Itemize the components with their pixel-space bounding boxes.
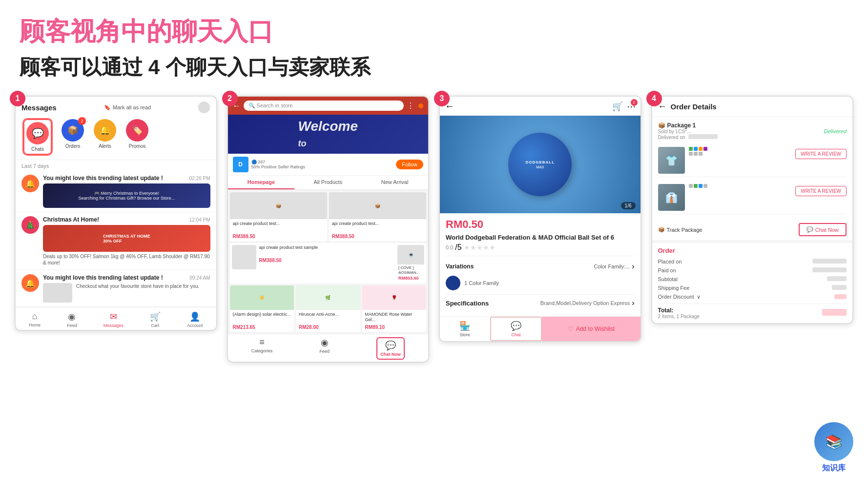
- bottom-nav-home[interactable]: ⌂ Home: [29, 311, 41, 328]
- product-name-1: api create product test...: [233, 221, 324, 233]
- banner-text: Welcometo: [298, 119, 358, 150]
- variations-value-area: Color Family:... ›: [594, 262, 634, 271]
- variations-row[interactable]: Variations Color Family:... ›: [446, 259, 635, 274]
- divider-1: [446, 256, 635, 256]
- order-total-row: Total: 2 Items, 1 Package: [658, 304, 847, 319]
- sold-by-label: Sold by LCS*...: [658, 129, 718, 134]
- messages-nav-label: Messages: [103, 323, 124, 328]
- color-chip-blue[interactable]: [446, 276, 460, 290]
- image-counter: 1/6: [621, 202, 636, 209]
- more-header-icon[interactable]: ⋯ 2: [627, 101, 636, 112]
- msg-avatar-1: 🔔: [21, 175, 39, 192]
- add-to-wishlist-button[interactable]: ♡ Add to Wishlist: [542, 317, 640, 341]
- phone-4-wrapper: 4 ← Order Details 📦 Package 1 Sold by LC…: [651, 96, 854, 324]
- step-number-4: 4: [646, 91, 662, 106]
- color-family-count: 1 Color Family: [464, 280, 499, 286]
- msg-name-1: You might love this trending latest upda…: [43, 175, 163, 182]
- subtotal-value: [827, 276, 847, 282]
- store-feed-label: Feed: [320, 349, 330, 354]
- product-wide-price-1: RM388.50: [259, 258, 395, 263]
- store-button[interactable]: 🏪 Store: [440, 317, 490, 341]
- delivered-on-label: Delivered on: [658, 134, 718, 140]
- phone-1-screen: Messages 🔖 Mark all as read 💬 Chats: [15, 96, 217, 331]
- mark-all-read[interactable]: 🔖 Mark all as read: [104, 104, 151, 111]
- chat-now-button[interactable]: 💬 Chat Now: [799, 223, 847, 236]
- placed-on-label: Placed on: [658, 259, 682, 264]
- phone-4-screen: ← Order Details 📦 Package 1 Sold by LCS*…: [651, 96, 854, 324]
- bottom-nav-cart[interactable]: 🛒 Cart: [150, 311, 161, 328]
- store-search-bar[interactable]: 🔍 Search in store: [244, 101, 404, 111]
- paid-on-value: [812, 267, 847, 273]
- nav-alerts[interactable]: 🔔 Alerts: [94, 119, 116, 155]
- product-img-2: 📦: [329, 192, 426, 219]
- chat-button[interactable]: 💬 Chat: [490, 317, 542, 341]
- chat-btn-label: Chat: [511, 332, 520, 337]
- cart-icon: 🛒: [150, 311, 161, 322]
- msg-text-2: Deals up to 30% OFF! Salmon 1kg @ 46% OF…: [43, 253, 210, 266]
- message-item-2[interactable]: 🎄 Christmas At Home! 12:04 PM CHRISTMAS …: [16, 212, 216, 270]
- product-hiruscar[interactable]: 🌿 Hiruscar Anti-Acne... RM28.00: [296, 285, 360, 332]
- paid-on-row: Paid on: [658, 266, 847, 275]
- product-img-mamonde: 🌹: [362, 285, 427, 310]
- msg-time-1: 02:26 PM: [189, 176, 210, 181]
- write-review-btn-1[interactable]: WRITE A REVIEW: [795, 149, 847, 159]
- msg-content-1: You might love this trending latest upda…: [43, 175, 210, 208]
- nav-chats[interactable]: 💬 Chats: [23, 119, 52, 155]
- product-price-2: RM388.50: [332, 234, 423, 239]
- specifications-row[interactable]: Specifications Brand,Model,Delivery Opti…: [446, 294, 635, 311]
- tab-new-arrival[interactable]: New Arrival: [361, 176, 428, 189]
- follow-button[interactable]: Follow: [396, 160, 423, 169]
- store-followers: 🔵 287: [251, 160, 306, 164]
- discount-value: [834, 294, 847, 300]
- product-item-cove[interactable]: 💻 [ COVE ] AOSIMAN... RM803.60: [397, 245, 424, 282]
- cart-header-icon[interactable]: 🛒: [612, 101, 623, 112]
- track-package-btn[interactable]: 📦 Track Package: [658, 226, 703, 233]
- user-avatar[interactable]: [198, 102, 210, 113]
- order-summary-title: Order: [658, 247, 847, 254]
- rating-slash: /5: [455, 243, 461, 252]
- orders-label: Orders: [65, 143, 81, 149]
- alerts-icon-circle: 🔔: [94, 119, 116, 142]
- product-mamonde[interactable]: 🌹 MAMONDE Rose Water Gel... RM89.10: [362, 285, 427, 332]
- order-header: ← Order Details: [652, 97, 853, 117]
- paid-date-placeholder: [812, 267, 847, 272]
- order-product-row-1: 👕: [658, 144, 847, 177]
- bottom-nav-account[interactable]: 👤 Account: [187, 311, 203, 328]
- product-thumb-img-2: 👔: [658, 184, 685, 211]
- discount-placeholder: [834, 294, 847, 299]
- promos-icon-circle: 🏷️: [126, 119, 148, 142]
- dot-11: [703, 184, 707, 188]
- categories-label: Categories: [251, 348, 273, 353]
- bottom-chat-now[interactable]: 💬 Chat Now: [376, 337, 405, 360]
- more-icon[interactable]: ⋮: [407, 101, 414, 110]
- bottom-products-grid: ☀️ (Alarm design) solar electric... RM21…: [230, 285, 427, 332]
- write-review-btn-2[interactable]: WRITE A REVIEW: [795, 186, 847, 196]
- store-info-bar: D 🔵 287 50% Positive Seller Ratings Foll…: [228, 154, 429, 176]
- variations-label: Variations: [446, 263, 474, 270]
- product-item-1[interactable]: 📦 api create product test... RM388.50: [230, 192, 327, 241]
- nav-orders[interactable]: 📦 2 Orders: [62, 119, 84, 155]
- phone1-bottom-nav: ⌂ Home ◉ Feed ✉ Messages 🛒 Cart 👤 Ac: [16, 307, 216, 330]
- store-banner: Welcometo: [228, 115, 429, 154]
- home-icon: ⌂: [32, 311, 38, 322]
- product-name-hiruscar: Hiruscar Anti-Acne...: [299, 312, 357, 324]
- message-item-1[interactable]: 🔔 You might love this trending latest up…: [16, 171, 216, 212]
- tab-all-products[interactable]: All Products: [294, 176, 361, 189]
- bottom-nav-messages[interactable]: ✉ Messages: [103, 311, 124, 328]
- paid-on-label: Paid on: [658, 267, 676, 273]
- track-chat-row: 📦 Track Package 💬 Chat Now: [652, 219, 853, 240]
- specs-value: Brand,Model,Delivery Option Express: [540, 300, 630, 306]
- product-alarm[interactable]: ☀️ (Alarm design) solar electric... RM21…: [230, 285, 294, 332]
- product-price-1: RM388.50: [233, 234, 324, 239]
- product-item-wide-1[interactable]: api create product test sample RM388.50 …: [230, 243, 427, 284]
- bottom-feed[interactable]: ◉ Feed: [320, 337, 330, 360]
- cart-label: Cart: [151, 323, 159, 328]
- dodgeball-image: DODGEBALL MAD: [508, 133, 572, 196]
- delivered-date-placeholder: [688, 134, 718, 139]
- nav-promos[interactable]: 🏷️ Promos: [126, 119, 148, 155]
- bottom-categories[interactable]: ≡ Categories: [251, 337, 273, 360]
- bottom-nav-feed[interactable]: ◉ Feed: [67, 311, 77, 328]
- message-item-3[interactable]: 🔔 You might love this trending latest up…: [16, 270, 216, 307]
- tab-homepage[interactable]: Homepage: [228, 176, 295, 189]
- product-item-2[interactable]: 📦 api create product test... RM388.50: [329, 192, 426, 241]
